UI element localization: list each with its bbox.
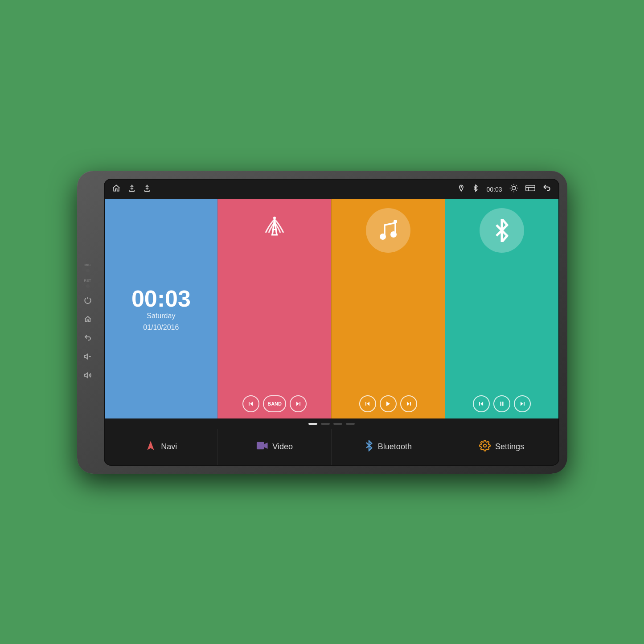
music-play-btn[interactable] [380,395,397,412]
nav-item-bluetooth[interactable]: Bluetooth [332,429,445,465]
home-button[interactable] [82,313,94,325]
svg-rect-49 [257,442,264,449]
home-status-icon [112,184,121,195]
svg-marker-39 [386,401,390,406]
svg-point-51 [484,444,487,447]
svg-line-15 [511,185,511,186]
nav-item-video[interactable]: Video [218,429,332,465]
music-next-btn[interactable] [400,395,417,412]
page-dot-2[interactable] [321,423,330,425]
settings-icon [479,440,491,454]
side-button-group: MIC RST [82,263,94,381]
volume-down-button[interactable] [82,350,94,363]
clock-date: Saturday 01/10/2016 [143,310,179,333]
svg-point-11 [461,186,462,188]
usb-icon-2 [143,184,151,194]
bt-icon-wrap [480,208,524,253]
svg-marker-48 [148,441,154,450]
svg-point-34 [380,234,386,240]
widgets-row: 00:03 Saturday 01/10/2016 [105,199,558,418]
mic-indicator [86,269,90,272]
status-bar: 00:03 [105,180,558,199]
video-icon [256,441,268,453]
svg-line-19 [511,190,511,191]
svg-point-36 [394,220,397,223]
status-time: 00:03 [486,186,502,193]
nav-item-navi[interactable]: Navi [105,429,218,465]
svg-marker-46 [521,402,523,406]
svg-rect-21 [525,185,534,191]
power-button[interactable] [82,294,94,307]
screen: 00:03 [104,179,559,466]
page-dot-1[interactable] [308,423,317,425]
music-prev-btn[interactable] [359,395,376,412]
svg-point-12 [512,186,515,190]
location-icon [458,185,465,194]
navi-label: Navi [161,442,177,451]
bt-prev-btn[interactable] [473,395,490,412]
radio-controls: BAND [242,395,307,412]
main-content: 00:03 Saturday 01/10/2016 [105,199,558,465]
svg-line-20 [516,185,517,186]
back-status-icon[interactable] [542,184,551,195]
svg-marker-50 [264,443,267,448]
svg-marker-30 [250,402,253,406]
svg-rect-44 [500,402,501,406]
navi-icon [145,440,156,454]
rst-indicator [86,284,90,288]
radio-widget[interactable]: BAND [217,199,331,418]
music-icon-wrap [366,208,410,253]
mic-label: MIC [84,263,91,267]
svg-marker-2 [84,373,87,377]
brightness-icon [509,184,518,195]
bt-pause-btn[interactable] [493,395,510,412]
bluetooth-nav-icon [365,440,373,454]
clock-widget[interactable]: 00:03 Saturday 01/10/2016 [105,199,218,418]
back-button[interactable] [82,332,94,344]
page-indicators [105,418,558,429]
status-bar-right: 00:03 [458,184,551,195]
music-controls [359,395,417,412]
svg-point-29 [273,217,276,219]
radio-prev-btn[interactable] [242,395,259,412]
bt-next-btn[interactable] [514,395,531,412]
svg-line-16 [516,190,517,191]
mic-rst-labels: MIC RST [84,263,91,288]
svg-rect-45 [502,402,503,406]
volume-up-button[interactable] [82,369,94,381]
window-icon [525,185,535,194]
bluetooth-label: Bluetooth [378,442,412,451]
nav-item-settings[interactable]: Settings [445,429,558,465]
svg-marker-40 [407,402,410,406]
bluetooth-status-icon [472,185,479,194]
svg-marker-32 [296,402,299,406]
svg-point-35 [390,231,397,238]
svg-marker-37 [367,402,369,406]
svg-marker-0 [84,354,87,359]
music-widget[interactable] [331,199,445,418]
car-head-unit: MIC RST [77,171,567,474]
clock-display: 00:03 [131,287,191,310]
page-dot-3[interactable] [333,423,342,425]
nav-row: Navi Video [105,429,558,465]
rst-label: RST [84,279,91,283]
radio-band-btn[interactable]: BAND [263,395,286,412]
page-dot-4[interactable] [346,423,355,425]
radio-icon-wrap [257,208,292,244]
radio-next-btn[interactable] [290,395,307,412]
svg-marker-42 [480,402,483,406]
bt-controls [473,395,531,412]
bluetooth-widget[interactable] [445,199,558,418]
usb-icon-1 [128,184,136,194]
settings-label: Settings [495,442,524,451]
video-label: Video [272,442,293,451]
status-bar-left [112,184,151,195]
